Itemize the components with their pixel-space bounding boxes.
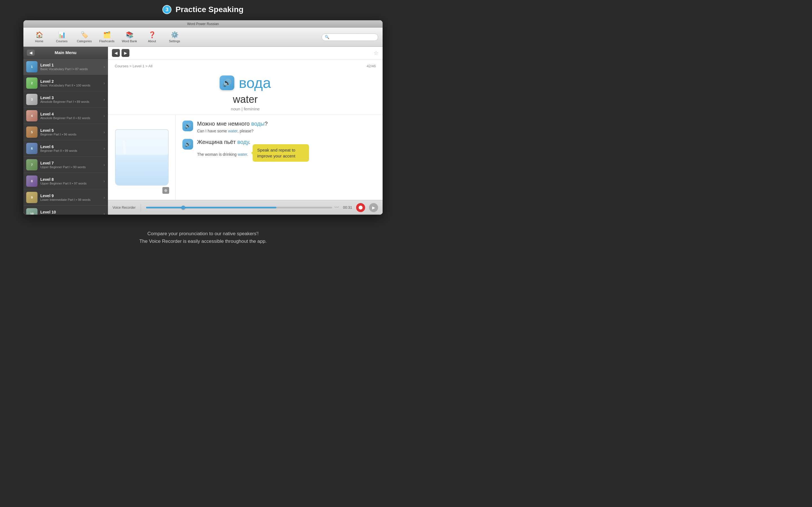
word-header: Courses > Level 1 > All 42/46 🔊 вода wat…: [108, 59, 383, 115]
level-arrow-9: ›: [103, 195, 105, 200]
level-desc-8: Upper Beginner Part II • 97 words: [40, 182, 101, 185]
sidebar-item-level-8[interactable]: 8 Level 8 Upper Beginner Part II • 97 wo…: [23, 173, 108, 189]
back-button[interactable]: ◀: [27, 50, 35, 56]
level-desc-6: Beginner Part II • 99 words: [40, 149, 101, 152]
level-thumb-4: 4: [26, 110, 38, 121]
content-area: ◀ Main Menu 1 Level 1 Basic Vocabulary P…: [23, 47, 383, 215]
level-desc-3: Absolute Beginner Part I • 89 words: [40, 100, 101, 103]
level-thumb-9: 9: [26, 192, 38, 203]
star-button[interactable]: ☆: [373, 50, 378, 56]
card-count: 42/46: [366, 64, 376, 68]
toolbar-categories[interactable]: 🏷️ Categories: [73, 29, 96, 46]
play-button[interactable]: ▶: [369, 203, 378, 212]
bottom-caption: Compare your pronunciation to our native…: [0, 230, 406, 245]
sentence1-russian-before: Можно мне немного: [197, 121, 251, 127]
level-name-10: Level 10: [40, 210, 101, 214]
toolbar-home[interactable]: 🏠 Home: [28, 29, 50, 46]
level-arrow-7: ›: [103, 163, 105, 167]
courses-label: Courses: [56, 40, 68, 43]
search-input[interactable]: [331, 35, 375, 39]
sidebar-list: 1 Level 1 Basic Vocabulary Part I • 87 w…: [23, 59, 108, 215]
wave-icon: 〰: [335, 205, 339, 210]
toolbar-about[interactable]: ❓ About: [141, 29, 163, 46]
word-row: 🔊 вода: [115, 71, 376, 93]
breadcrumb-bar: Courses > Level 1 > All 42/46: [115, 64, 376, 68]
sidebar-item-level-5[interactable]: 5 Level 5 Beginner Part I • 96 words ›: [23, 124, 108, 140]
english-word: water: [115, 94, 376, 105]
caption-line1: Compare your pronunciation to our native…: [0, 230, 406, 237]
level-info-7: Level 7 Upper Beginner Part I • 90 words: [40, 161, 101, 169]
level-name-7: Level 7: [40, 161, 101, 165]
toolbar-flashcards[interactable]: 🗂️ Flashcards: [96, 29, 118, 46]
level-desc-4: Absolute Beginner Part II • 82 words: [40, 116, 101, 120]
wordbank-icon: 📚: [126, 31, 133, 39]
breadcrumb: Courses > Level 1 > All: [115, 64, 153, 68]
progress-thumb: [181, 206, 185, 210]
sidebar-title: Main Menu: [38, 50, 94, 55]
sentences-panel: 🔊 Можно мне немного воды? Can I have som…: [175, 115, 383, 200]
sentence2-english-after: .: [247, 152, 248, 157]
level-name-8: Level 8: [40, 177, 101, 182]
categories-icon: 🏷️: [81, 31, 88, 39]
level-info-8: Level 8 Upper Beginner Part II • 97 word…: [40, 177, 101, 185]
image-panel: ⊕: [108, 115, 175, 200]
sentence1-sound-button[interactable]: 🔊: [183, 121, 193, 131]
sentence1-english-highlight: water: [228, 129, 238, 133]
level-name-3: Level 3: [40, 96, 101, 100]
examples-area: ⊕ 🔊 Можно мне немного воды? Can I have s…: [108, 115, 383, 200]
home-icon: 🏠: [36, 31, 43, 39]
level-name-1: Level 1: [40, 63, 101, 67]
next-arrow[interactable]: ▶: [121, 49, 130, 57]
page-title: Practice Speaking: [175, 5, 243, 14]
sidebar-item-level-9[interactable]: 9 Level 9 Lower Intermediate Part I • 98…: [23, 189, 108, 206]
sidebar-item-level-6[interactable]: 6 Level 6 Beginner Part II • 99 words ›: [23, 140, 108, 157]
main-content: ◀ ▶ ☆ Courses > Level 1 > All 42/46 🔊 во…: [108, 47, 383, 215]
sidebar-item-level-1[interactable]: 1 Level 1 Basic Vocabulary Part I • 87 w…: [23, 59, 108, 75]
sentence2-russian-after: .: [249, 139, 251, 145]
toolbar-courses[interactable]: 📊 Courses: [50, 29, 73, 46]
expand-button[interactable]: ⊕: [162, 187, 169, 194]
sentence1-english-after: , please?: [238, 129, 253, 133]
flashcards-icon: 🗂️: [103, 31, 111, 39]
time-display: 00:31: [343, 205, 352, 210]
level-arrow-3: ›: [103, 97, 105, 102]
categories-label: Categories: [77, 40, 92, 43]
progress-track[interactable]: [146, 207, 332, 209]
courses-icon: 📊: [58, 31, 66, 39]
level-info-5: Level 5 Beginner Part I • 96 words: [40, 128, 101, 136]
level-desc-2: Basic Vocabulary Part II • 100 words: [40, 83, 101, 87]
level-arrow-8: ›: [103, 179, 105, 183]
level-info-9: Level 9 Lower Intermediate Part I • 98 w…: [40, 193, 101, 202]
sidebar-item-level-7[interactable]: 7 Level 7 Upper Beginner Part I • 90 wor…: [23, 157, 108, 173]
record-button[interactable]: [356, 203, 365, 212]
search-box: 🔍: [322, 34, 378, 41]
level-arrow-10: ›: [103, 212, 105, 215]
russian-word: вода: [239, 74, 271, 91]
toolbar-settings[interactable]: ⚙️ Settings: [163, 29, 186, 46]
level-name-6: Level 6: [40, 145, 101, 149]
sentence2-english: The woman is drinking water.: [197, 152, 248, 157]
sentence2-sound-button[interactable]: 🔊: [183, 139, 193, 150]
sentence2-russian-highlight: воду: [238, 139, 249, 145]
toolbar-wordbank[interactable]: 📚 Word Bank: [118, 29, 141, 46]
sentence1-russian-highlight: воды: [251, 121, 264, 127]
word-sound-button[interactable]: 🔊: [220, 75, 234, 90]
sidebar-item-level-2[interactable]: 2 Level 2 Basic Vocabulary Part II • 100…: [23, 75, 108, 91]
settings-icon: ⚙️: [171, 31, 179, 39]
level-info-4: Level 4 Absolute Beginner Part II • 82 w…: [40, 112, 101, 120]
level-thumb-3: 3: [26, 94, 38, 105]
prev-arrow[interactable]: ◀: [112, 49, 120, 57]
sentence1-english-before: Can I have some: [197, 129, 228, 133]
top-bar: 3 Practice Speaking: [0, 0, 406, 17]
level-info-10: Level 10 Lower Intermediate Part II • 97…: [40, 210, 101, 215]
about-icon: ❓: [148, 31, 156, 39]
sidebar-item-level-4[interactable]: 4 Level 4 Absolute Beginner Part II • 82…: [23, 108, 108, 124]
sentence2-russian-before: Женщина пьёт: [197, 139, 238, 145]
level-arrow-4: ›: [103, 114, 105, 118]
sidebar-item-level-10[interactable]: 10 Level 10 Lower Intermediate Part II •…: [23, 206, 108, 215]
sentence2-english-highlight: water: [238, 152, 247, 157]
sentence-block-1: 🔊 Можно мне немного воды? Can I have som…: [183, 121, 376, 133]
sidebar-item-level-3[interactable]: 3 Level 3 Absolute Beginner Part I • 89 …: [23, 91, 108, 108]
voice-recorder: Voice Recorder 〰 00:31 ▶: [108, 200, 383, 215]
level-desc-1: Basic Vocabulary Part I • 87 words: [40, 67, 101, 71]
